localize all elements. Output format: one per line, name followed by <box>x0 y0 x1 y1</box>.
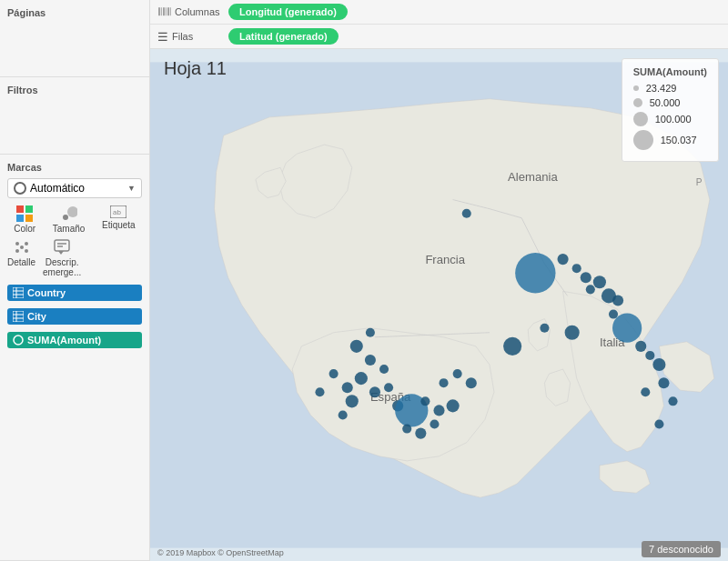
tooltip-icon <box>54 239 70 255</box>
svg-point-73 <box>565 326 580 340</box>
city-pill-label: City <box>27 311 46 322</box>
svg-point-78 <box>315 387 324 396</box>
marks-bottom-row: Detalle Descrip. emerge... <box>7 239 142 277</box>
svg-point-56 <box>355 372 368 385</box>
svg-point-10 <box>25 249 28 253</box>
sheet-title: Hoja 11 <box>164 58 227 79</box>
columns-icon: ⦀⦀⦀ <box>157 5 171 19</box>
svg-point-25 <box>14 336 23 345</box>
marks-type-dropdown[interactable]: Automático ▼ <box>7 178 142 198</box>
svg-point-68 <box>430 419 439 428</box>
size-label: Tamaño <box>53 224 86 234</box>
legend-value-2: 100.000 <box>655 114 692 125</box>
svg-point-60 <box>346 395 359 407</box>
city-field-pill[interactable]: City <box>7 308 142 325</box>
size-icon <box>61 205 77 222</box>
svg-text:P: P <box>696 177 703 187</box>
country-pill-label: Country <box>27 287 66 298</box>
legend-item-3: 150.037 <box>633 130 707 150</box>
svg-point-37 <box>462 209 471 218</box>
legend-circle-1 <box>633 98 642 107</box>
svg-point-65 <box>447 399 460 412</box>
table-icon <box>13 287 24 298</box>
rows-icon: ☰ <box>157 30 168 44</box>
svg-point-46 <box>609 310 618 319</box>
svg-point-70 <box>466 377 477 388</box>
legend-item-1: 50.000 <box>633 97 707 108</box>
rows-label: ☰ Filas <box>157 30 221 44</box>
tooltip-button[interactable]: Descrip. emerge... <box>39 239 85 277</box>
amount-field-pill[interactable]: SUMA(Amount) <box>7 332 142 348</box>
svg-point-76 <box>329 369 339 378</box>
svg-point-38 <box>515 253 555 293</box>
svg-point-57 <box>369 386 380 397</box>
svg-rect-1 <box>25 205 33 213</box>
columns-pill[interactable]: Longitud (generado) <box>228 4 348 20</box>
detail-button[interactable]: Detalle <box>7 239 35 277</box>
svg-point-41 <box>581 272 592 283</box>
svg-point-12 <box>25 242 28 245</box>
svg-point-59 <box>342 382 353 393</box>
table-icon-city <box>13 311 24 322</box>
main-content: ⦀⦀⦀ Columnas Longitud (generado) ☰ Filas… <box>150 0 728 561</box>
marks-dropdown-label: Automático <box>30 182 85 195</box>
label-button[interactable]: ab Etiqueta <box>102 205 136 234</box>
svg-point-53 <box>350 340 363 353</box>
chevron-down-icon: ▼ <box>127 184 136 193</box>
legend-value-0: 23.429 <box>646 83 677 94</box>
pages-section: Páginas <box>0 0 149 77</box>
legend-title: SUMA(Amount) <box>633 66 707 77</box>
size-button[interactable]: Tamaño <box>53 205 86 234</box>
svg-point-8 <box>15 242 19 245</box>
legend: SUMA(Amount) 23.429 50.000 100.000 150.0… <box>622 58 719 162</box>
legend-value-1: 50.000 <box>650 97 681 108</box>
svg-point-52 <box>668 396 677 406</box>
svg-point-9 <box>20 245 24 249</box>
color-icon <box>16 205 33 222</box>
svg-point-49 <box>645 351 654 360</box>
svg-point-79 <box>453 369 462 378</box>
svg-rect-21 <box>13 311 24 322</box>
svg-point-11 <box>15 249 19 253</box>
tooltip-label: Descrip. emerge... <box>39 257 85 277</box>
svg-point-80 <box>440 378 449 387</box>
columns-row: ⦀⦀⦀ Columnas Longitud (generado) <box>150 0 728 25</box>
svg-rect-3 <box>25 215 33 222</box>
svg-point-5 <box>67 206 77 217</box>
svg-rect-13 <box>55 240 69 251</box>
svg-point-72 <box>540 324 549 333</box>
svg-point-4 <box>63 215 68 220</box>
label-icon: ab <box>110 205 126 218</box>
measure-icon <box>13 335 24 346</box>
top-pills-bar: ⦀⦀⦀ Columnas Longitud (generado) ☰ Filas… <box>150 0 728 49</box>
svg-point-50 <box>652 358 665 371</box>
svg-point-43 <box>593 275 606 288</box>
svg-point-42 <box>586 285 595 294</box>
svg-point-67 <box>415 428 426 439</box>
pages-title: Páginas <box>7 7 142 18</box>
svg-point-74 <box>641 387 650 396</box>
svg-rect-17 <box>13 287 24 298</box>
svg-rect-2 <box>16 215 24 222</box>
svg-point-63 <box>420 396 430 406</box>
svg-point-75 <box>654 419 663 428</box>
svg-text:ab: ab <box>113 208 121 216</box>
label-label: Etiqueta <box>102 220 136 230</box>
svg-point-77 <box>339 410 348 419</box>
unknown-badge: 7 desconocido <box>642 541 721 557</box>
detail-icon <box>14 239 30 255</box>
filters-title: Filtros <box>7 85 142 95</box>
sidebar: Páginas Filtros Marcas Automático ▼ <box>0 0 150 561</box>
legend-item-2: 100.000 <box>633 112 707 126</box>
country-field-pill[interactable]: Country <box>7 285 142 301</box>
map-attribution: © 2019 Mapbox © OpenStreetMap <box>157 548 284 557</box>
map-footer: © 2019 Mapbox © OpenStreetMap 7 desconoc… <box>150 537 728 561</box>
marks-icons-row: Color Tamaño ab Etiqueta <box>7 205 142 234</box>
filters-section: Filtros <box>0 77 149 155</box>
svg-rect-0 <box>16 205 24 213</box>
svg-marker-14 <box>58 251 64 255</box>
rows-pill[interactable]: Latitud (generado) <box>228 28 339 45</box>
svg-point-64 <box>433 405 444 416</box>
color-button[interactable]: Color <box>14 205 35 234</box>
svg-point-58 <box>384 383 393 392</box>
